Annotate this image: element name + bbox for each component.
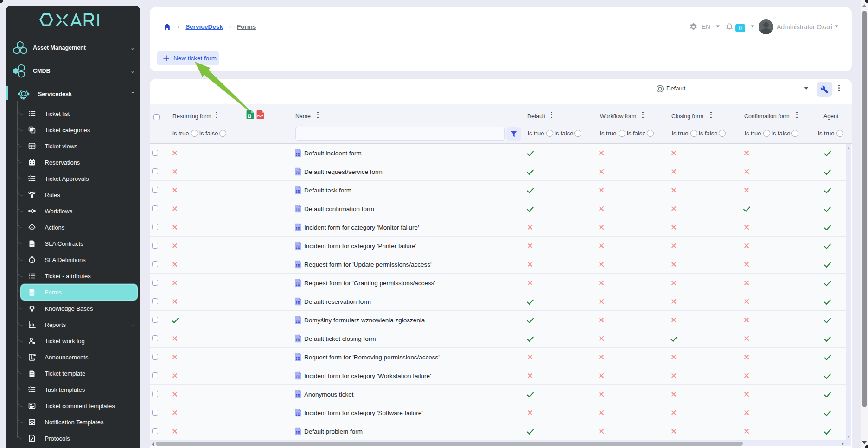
svg-text:PDF: PDF: [257, 114, 263, 117]
